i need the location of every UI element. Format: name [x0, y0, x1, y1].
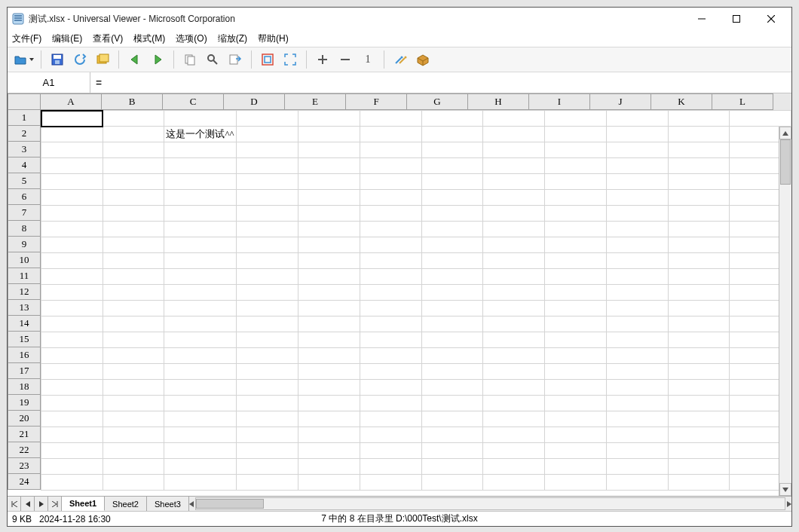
cell-K15[interactable] — [668, 332, 730, 348]
cell-C2[interactable]: 这是一个测试^^ — [164, 127, 237, 142]
cell-I9[interactable] — [545, 237, 607, 253]
cell-E12[interactable] — [298, 285, 360, 301]
cell-A1[interactable] — [41, 111, 103, 127]
cell-E17[interactable] — [298, 364, 360, 380]
row-header-8[interactable]: 8 — [8, 221, 41, 237]
cell-K9[interactable] — [668, 237, 730, 253]
tab-nav-prev[interactable] — [21, 497, 35, 511]
cell-D14[interactable] — [237, 316, 298, 332]
cell-J5[interactable] — [606, 174, 668, 190]
cell-I18[interactable] — [545, 380, 607, 396]
cell-G10[interactable] — [421, 253, 483, 269]
cell-J1[interactable] — [606, 111, 668, 127]
cell-B15[interactable] — [103, 332, 164, 348]
cell-I21[interactable] — [545, 427, 607, 443]
cell-I17[interactable] — [545, 364, 607, 380]
sheet-tab-sheet3[interactable]: Sheet3 — [147, 497, 189, 511]
row-header-1[interactable]: 1 — [8, 110, 41, 126]
cell-D20[interactable] — [237, 411, 298, 427]
cell-A7[interactable] — [41, 206, 103, 222]
cell-E19[interactable] — [298, 396, 360, 411]
cell-F2[interactable] — [360, 127, 421, 142]
cell-H8[interactable] — [483, 222, 545, 237]
cell-E10[interactable] — [298, 253, 360, 269]
hscroll-left-arrow[interactable] — [189, 500, 194, 509]
cell-I5[interactable] — [545, 174, 607, 190]
cell-I22[interactable] — [545, 443, 607, 459]
col-header-B[interactable]: B — [102, 93, 163, 110]
col-header-I[interactable]: I — [529, 93, 590, 110]
copy-button[interactable] — [180, 50, 200, 69]
cell-I3[interactable] — [545, 142, 607, 158]
find-button[interactable] — [203, 50, 222, 69]
cell-A13[interactable] — [41, 301, 103, 316]
cell-I14[interactable] — [545, 316, 607, 332]
cell-G6[interactable] — [421, 190, 483, 206]
cell-G22[interactable] — [421, 443, 483, 459]
row-header-11[interactable]: 11 — [8, 268, 41, 284]
cell-I8[interactable] — [545, 222, 607, 237]
cell-E15[interactable] — [298, 332, 360, 348]
hscroll-track[interactable] — [195, 497, 785, 510]
cell-A10[interactable] — [41, 253, 103, 269]
cell-H23[interactable] — [483, 459, 545, 475]
cell-K14[interactable] — [668, 316, 730, 332]
scroll-up-arrow[interactable] — [779, 127, 791, 139]
cell-G9[interactable] — [421, 237, 483, 253]
cell-C23[interactable] — [164, 459, 237, 475]
cell-B12[interactable] — [103, 285, 164, 301]
cell-A5[interactable] — [41, 174, 103, 190]
cell-E13[interactable] — [298, 301, 360, 316]
cell-J15[interactable] — [606, 332, 668, 348]
cell-D11[interactable] — [237, 269, 298, 285]
cell-A14[interactable] — [41, 316, 103, 332]
cell-K5[interactable] — [668, 174, 730, 190]
row-header-18[interactable]: 18 — [8, 379, 41, 395]
cell-B7[interactable] — [103, 206, 164, 222]
cell-E3[interactable] — [298, 142, 360, 158]
formula-input[interactable] — [107, 72, 791, 93]
close-button[interactable] — [754, 8, 788, 30]
cell-G7[interactable] — [421, 206, 483, 222]
settings-button[interactable] — [390, 50, 410, 69]
row-header-3[interactable]: 3 — [8, 142, 41, 157]
cell-A6[interactable] — [41, 190, 103, 206]
cell-C22[interactable] — [164, 443, 237, 459]
cell-D3[interactable] — [237, 142, 298, 158]
cell-C1[interactable] — [164, 111, 237, 127]
cell-F21[interactable] — [360, 427, 421, 443]
cell-A2[interactable] — [41, 127, 103, 142]
cell-J20[interactable] — [606, 411, 668, 427]
cell-F13[interactable] — [360, 301, 421, 316]
cell-E14[interactable] — [298, 316, 360, 332]
cell-D1[interactable] — [237, 111, 298, 127]
cell-H13[interactable] — [483, 301, 545, 316]
cell-D6[interactable] — [237, 190, 298, 206]
col-header-L[interactable]: L — [712, 93, 773, 110]
tab-nav-next[interactable] — [35, 497, 48, 511]
cell-H22[interactable] — [483, 443, 545, 459]
cell-E21[interactable] — [298, 427, 360, 443]
row-header-7[interactable]: 7 — [8, 205, 41, 221]
cell-J7[interactable] — [606, 206, 668, 222]
cell-I23[interactable] — [545, 459, 607, 475]
cell-I11[interactable] — [545, 269, 607, 285]
cell-G20[interactable] — [421, 411, 483, 427]
cell-E16[interactable] — [298, 348, 360, 364]
cell-J2[interactable] — [606, 127, 668, 142]
cell-D21[interactable] — [237, 427, 298, 443]
cell-A4[interactable] — [41, 158, 103, 174]
cell-F20[interactable] — [360, 411, 421, 427]
cell-F8[interactable] — [360, 222, 421, 237]
col-header-D[interactable]: D — [224, 93, 285, 110]
menu-mode[interactable]: 模式(M) — [133, 32, 165, 45]
cell-F10[interactable] — [360, 253, 421, 269]
cell-G23[interactable] — [421, 459, 483, 475]
cell-B2[interactable] — [103, 127, 164, 142]
cell-A11[interactable] — [41, 269, 103, 285]
cell-E5[interactable] — [298, 174, 360, 190]
cell-name-box[interactable]: A1 — [8, 72, 90, 93]
cell-K11[interactable] — [668, 269, 730, 285]
col-header-J[interactable]: J — [590, 93, 651, 110]
cell-G13[interactable] — [421, 301, 483, 316]
